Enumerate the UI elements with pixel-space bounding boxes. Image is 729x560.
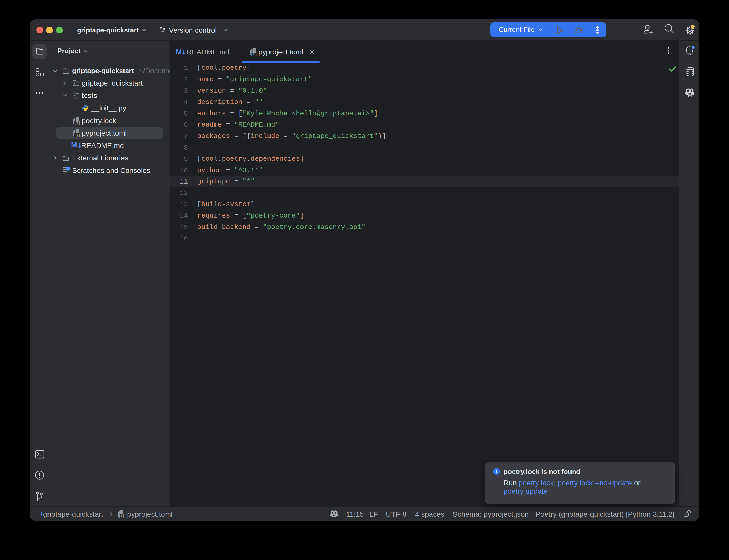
- svg-text:[T]: [T]: [251, 52, 256, 56]
- svg-text:[T]: [T]: [119, 514, 124, 518]
